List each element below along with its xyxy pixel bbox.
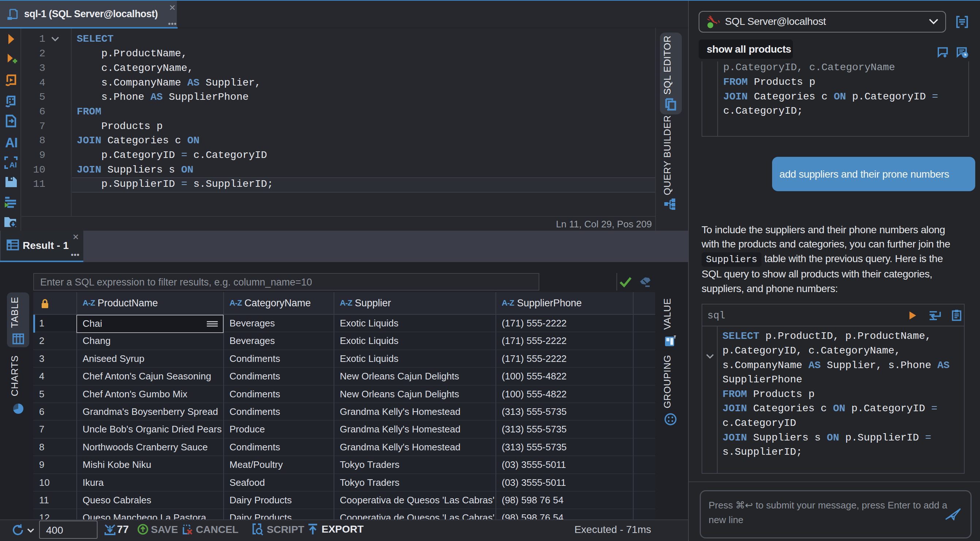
svg-text:AI: AI [10,161,17,169]
